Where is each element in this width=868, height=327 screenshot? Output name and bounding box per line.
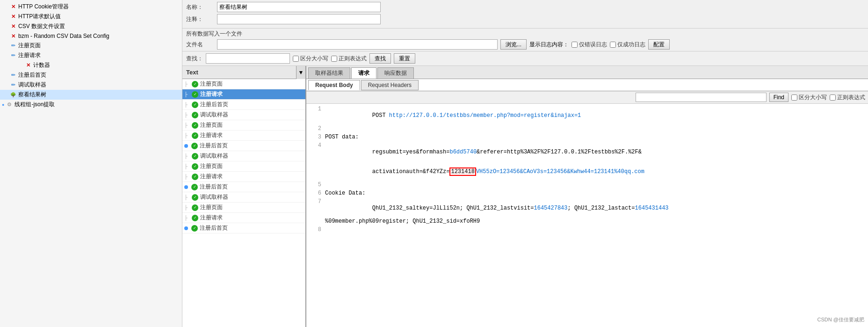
list-header-label: Text (182, 69, 296, 76)
sidebar-item-reg-page[interactable]: ✏ 注册页面 (0, 41, 182, 51)
find-detail-button[interactable]: Find (769, 93, 788, 102)
code-line: 2 (306, 125, 868, 134)
cookie-text2: ; QhU1_2132_lastact= (568, 205, 635, 211)
tree-icon: 🌳 (9, 91, 17, 99)
regex-label[interactable]: 正则表达式 (331, 55, 367, 63)
tab-request[interactable]: 请求 (351, 67, 376, 79)
status-icon (192, 163, 198, 170)
list-item[interactable]: ├ 注册请求 (182, 172, 305, 182)
item-label: 注册页面 (200, 162, 223, 170)
browse-button[interactable]: 浏览... (500, 39, 527, 50)
regex-checkbox[interactable] (331, 56, 337, 62)
code-line: 6 Cookie Data: (306, 190, 868, 198)
status-icon (192, 194, 198, 201)
find-button[interactable]: 查找 (369, 53, 391, 64)
success-log-label[interactable]: 仅成功日志 (610, 41, 645, 49)
list-item[interactable]: ├ 注册请求 (182, 131, 305, 141)
sidebar-item-label: 注册页面 (18, 42, 41, 50)
item-label: 注册后首页 (200, 224, 228, 232)
case-label[interactable]: 区分大小写 (293, 55, 328, 63)
tab-response-data[interactable]: 响应数据 (377, 67, 414, 79)
sidebar-item-label: bzm - Random CSV Data Set Config (18, 33, 109, 39)
value-blue2: VH55zO=123456&CAoV3s=123456&Kwhw44=12314… (476, 168, 644, 175)
error-log-label[interactable]: 仅错误日志 (571, 41, 607, 49)
dot-icon (184, 226, 188, 230)
line-number (308, 218, 321, 226)
line-content (325, 226, 866, 235)
find-input[interactable] (636, 93, 767, 102)
sidebar-item-thread-json[interactable]: ● ⚙ 线程组-json提取 (0, 100, 182, 109)
status-icon (192, 132, 198, 139)
case-checkbox[interactable] (293, 56, 299, 62)
sub-tab-request-body[interactable]: Request Body (308, 80, 360, 90)
reset-button[interactable]: 重置 (394, 53, 415, 64)
sidebar-item-label: HTTP请求默认值 (18, 13, 61, 21)
list-item[interactable]: ├ 注册页面 (182, 79, 305, 89)
list-header-arrow[interactable]: ▼ (296, 66, 305, 79)
code-line: 8 (306, 226, 868, 235)
code-line: 5 (306, 182, 868, 190)
case-sensitive-checkbox[interactable] (791, 94, 797, 101)
sidebar-item-reg-home[interactable]: ✏ 注册后首页 (0, 70, 182, 80)
indent-spacer: ├ (184, 133, 190, 138)
sidebar-item-debug[interactable]: ✏ 调试取样器 (0, 80, 182, 90)
tab-sampler-result[interactable]: 取样器结果 (308, 67, 350, 79)
item-label: 调试取样器 (200, 111, 228, 119)
list-item[interactable]: 注册后首页 (182, 141, 305, 151)
sidebar-item-reg-request[interactable]: ✏ 注册请求 (0, 51, 182, 60)
sidebar-item-csv[interactable]: ✕ CSV 数据文件设置 (0, 22, 182, 31)
sub-tabs-row: Request Body Request Headers (306, 79, 868, 91)
sidebar-item-counter[interactable]: ✕ 计数器 (0, 60, 182, 70)
code-line: 1 POST http://127.0.0.1/testbbs/member.p… (306, 106, 868, 125)
indent-spacer: ├ (184, 112, 190, 117)
success-log-checkbox[interactable] (610, 42, 616, 48)
list-header: Text ▼ (182, 66, 305, 79)
regex-detail-label[interactable]: 正则表达式 (830, 94, 865, 102)
dot-icon (184, 144, 188, 148)
list-item[interactable]: ├ 注册页面 (182, 161, 305, 172)
case-sensitive-label[interactable]: 区分大小写 (791, 94, 827, 102)
list-item[interactable]: ├ 调试取样器 (182, 192, 305, 203)
line-number: 4 (308, 142, 321, 162)
list-item[interactable]: 注册后首页 (182, 223, 305, 233)
config-button[interactable]: 配置 (648, 39, 670, 50)
list-panel: Text ▼ ├ 注册页面 ├ 注册请求 (182, 66, 306, 327)
sub-tab-request-headers[interactable]: Request Headers (361, 80, 419, 90)
pencil-icon: ✏ (9, 42, 17, 50)
status-icon (192, 174, 198, 180)
item-label: 注册请求 (200, 173, 223, 181)
code-area: 1 POST http://127.0.0.1/testbbs/member.p… (306, 104, 868, 327)
sidebar-item-bzm[interactable]: ✕ bzm - Random CSV Data Set Config (0, 31, 182, 41)
file-section-label: 所有数据写入一个文件 (186, 30, 864, 38)
code-line: 4 regsubmit=yes&formhash=b6dd5740&refere… (306, 142, 868, 162)
name-input[interactable] (217, 2, 381, 12)
status-icon (191, 143, 198, 149)
list-item-selected[interactable]: ├ 注册请求 (182, 89, 305, 100)
status-icon (192, 122, 198, 129)
file-section: 所有数据写入一个文件 文件名 浏览... 显示日志内容： 仅错误日志 仅成功日志… (182, 29, 868, 51)
list-item[interactable]: ├ 注册请求 (182, 213, 305, 223)
line-number: 2 (308, 125, 321, 134)
list-item[interactable]: 注册后首页 (182, 182, 305, 192)
regex-detail-checkbox[interactable] (830, 94, 836, 101)
list-item[interactable]: ├ 调试取样器 (182, 151, 305, 161)
comment-input[interactable] (217, 14, 381, 24)
list-item[interactable]: ├ 注册页面 (182, 120, 305, 131)
status-icon (192, 153, 198, 160)
list-item[interactable]: ├ 注册后首页 (182, 100, 305, 110)
sidebar-item-http-default[interactable]: ✕ HTTP请求默认值 (0, 12, 182, 22)
indent-spacer: ├ (184, 81, 190, 87)
search-input[interactable] (206, 53, 290, 64)
file-input[interactable] (217, 39, 498, 50)
sidebar: ✕ HTTP Cookie管理器 ✕ HTTP请求默认值 ✕ CSV 数据文件设… (0, 0, 182, 327)
error-log-checkbox[interactable] (571, 42, 578, 48)
sidebar-item-http-cookie[interactable]: ✕ HTTP Cookie管理器 (0, 2, 182, 12)
split-pane: Text ▼ ├ 注册页面 ├ 注册请求 (182, 66, 868, 327)
item-label: 注册请求 (200, 214, 223, 222)
dot-icon: ● (2, 102, 4, 107)
line-number: 8 (308, 226, 321, 235)
list-item[interactable]: ├ 注册页面 (182, 203, 305, 213)
list-item[interactable]: ├ 调试取样器 (182, 110, 305, 120)
sidebar-item-result-tree[interactable]: 🌳 察看结果树 (0, 90, 182, 100)
top-form: 名称： 注释： (182, 0, 868, 29)
